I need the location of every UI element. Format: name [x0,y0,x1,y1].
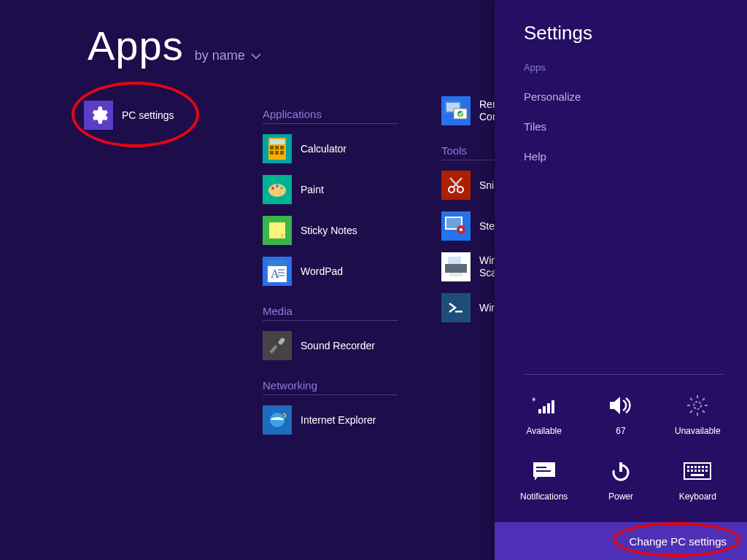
settings-volume[interactable]: 67 [582,392,659,436]
svg-point-9 [271,187,274,190]
power-icon [610,458,632,484]
svg-rect-67 [698,470,700,472]
settings-network[interactable]: * Available [506,392,582,436]
volume-icon [608,392,633,419]
svg-point-11 [280,187,283,190]
svg-rect-63 [705,466,708,468]
calculator-icon [263,134,292,163]
svg-rect-6 [275,151,279,155]
page-title: Apps [88,22,184,69]
svg-rect-65 [691,470,693,472]
fax-icon [441,252,471,281]
svg-rect-34 [445,264,467,273]
app-label: Sound Recorder [301,340,375,352]
svg-point-32 [460,228,462,231]
svg-rect-1 [270,139,285,144]
group-networking: Networking [263,379,398,395]
svg-rect-42 [551,400,554,413]
chevron-down-icon [251,51,261,61]
svg-rect-37 [455,311,462,313]
change-pc-settings-label: Change PC settings [630,535,727,548]
app-calculator[interactable]: Calculator [263,133,409,165]
svg-rect-2 [270,146,274,149]
svg-rect-17 [278,269,285,271]
svg-rect-41 [547,403,550,413]
settings-power[interactable]: Power [582,458,659,502]
settings-title: Settings [524,22,724,44]
svg-point-12 [279,191,282,194]
gear-icon [84,101,113,130]
svg-rect-7 [280,151,284,155]
svg-rect-35 [449,273,462,276]
svg-rect-62 [702,466,704,468]
app-label: Paint [301,184,324,196]
app-internet-explorer[interactable]: Internet Explorer [263,404,409,436]
app-label: PC settings [122,109,174,122]
app-wordpad[interactable]: A WordPad [263,255,409,287]
wordpad-icon: A [263,257,292,286]
app-label: Calculator [301,143,347,155]
notifications-label: Notifications [520,491,568,502]
svg-rect-5 [270,151,274,155]
svg-text:*: * [532,395,536,407]
svg-rect-52 [533,462,555,477]
group-media: Media [263,305,398,321]
settings-context: Apps [524,62,724,73]
app-label: WordPad [301,265,343,278]
settings-link-tiles[interactable]: Tiles [524,120,724,133]
network-label: Available [526,426,561,436]
app-sound-recorder[interactable]: Sound Recorder [263,330,409,362]
group-applications: Applications [263,108,398,124]
svg-rect-15 [268,260,287,266]
svg-rect-33 [448,257,461,264]
svg-rect-70 [691,474,704,476]
svg-line-48 [690,398,692,400]
settings-brightness[interactable]: Unavailable [659,392,736,436]
svg-rect-69 [705,470,708,472]
svg-rect-19 [278,275,285,276]
remote-desktop-icon [441,96,471,125]
svg-point-43 [694,402,701,409]
svg-rect-56 [619,462,622,472]
keyboard-icon [684,458,711,484]
svg-rect-3 [275,146,279,149]
app-sticky-notes[interactable]: Sticky Notes [263,214,409,246]
sticky-notes-icon [263,216,292,245]
settings-charm-panel: Settings Apps Personalize Tiles Help * A… [495,0,747,560]
settings-keyboard[interactable]: Keyboard [659,458,736,502]
brightness-icon [686,392,709,419]
svg-line-49 [703,411,705,413]
svg-rect-59 [691,466,693,468]
sort-dropdown[interactable]: by name [195,48,261,63]
app-label: Sticky Notes [301,225,357,237]
notifications-icon [532,458,557,484]
scissors-icon [441,171,471,200]
svg-rect-58 [687,466,689,468]
settings-notifications[interactable]: Notifications [506,458,582,502]
svg-rect-61 [698,466,700,468]
network-icon: * [531,392,557,419]
svg-rect-68 [702,470,704,472]
change-pc-settings-button[interactable]: Change PC settings [495,522,747,560]
settings-link-personalize[interactable]: Personalize [524,90,724,103]
svg-rect-40 [543,406,546,413]
svg-rect-64 [687,470,689,472]
svg-rect-39 [538,409,541,413]
sort-label: by name [195,48,245,63]
svg-rect-53 [536,467,546,468]
volume-label: 67 [616,426,625,436]
svg-line-51 [690,411,692,413]
keyboard-label: Keyboard [679,491,716,502]
microphone-icon [263,331,292,360]
svg-rect-21 [270,345,278,354]
steps-recorder-icon [441,211,471,241]
svg-line-50 [703,398,705,400]
svg-point-10 [276,184,279,187]
app-pc-settings[interactable]: PC settings [84,99,230,131]
svg-rect-54 [536,470,551,472]
settings-link-help[interactable]: Help [524,150,724,163]
svg-rect-66 [694,470,697,472]
app-label: Internet Explorer [301,414,376,427]
svg-rect-60 [694,466,697,468]
app-paint[interactable]: Paint [263,174,409,206]
